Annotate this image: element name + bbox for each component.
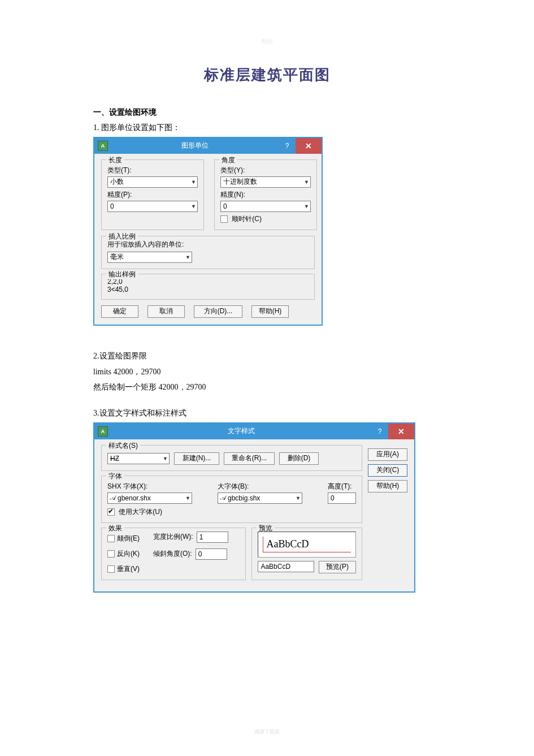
chevron-down-icon: ▼ — [304, 179, 309, 185]
oblique-input[interactable]: 0 — [196, 548, 227, 560]
close-dialog-button[interactable]: 关闭(C) — [368, 464, 407, 477]
stylename-legend: 样式名(S) — [106, 441, 140, 451]
new-button[interactable]: 新建(N)... — [174, 452, 219, 465]
watermark-bottom: 感谢下载载 — [0, 728, 534, 736]
chevron-down-icon: ▼ — [191, 204, 196, 209]
bigfont-value: gbcbig.shx — [228, 494, 260, 502]
angle-type-dropdown[interactable]: 十进制度数 ▼ — [220, 176, 311, 188]
close-button[interactable]: ✕ — [296, 138, 322, 154]
oblique-value: 0 — [198, 550, 202, 558]
length-type-value: 小数 — [110, 177, 124, 187]
length-legend: 长度 — [106, 155, 124, 165]
length-precision-value: 0 — [110, 202, 114, 210]
upsidedown-checkbox[interactable] — [107, 535, 115, 542]
dialog-text-style: A 文字样式 ? ✕ 样式名(S) HZ ▼ 新建(N)... 重命名(R)..… — [93, 422, 415, 593]
chevron-down-icon: ▼ — [163, 456, 168, 461]
usebigfont-label: 使用大字体(U) — [119, 508, 162, 516]
preview-edit-input[interactable]: AaBbCcD — [258, 561, 314, 572]
app-icon: A — [98, 141, 108, 151]
section2-p1: 2.设置绘图界限 — [93, 349, 441, 363]
preview-text: AaBbCcD — [266, 538, 309, 550]
group-font: 字体 SHX 字体(X): 𝒜 gbenor.shx ▼ — [101, 476, 362, 523]
length-type-label: 类型(T): — [107, 166, 198, 175]
backwards-label: 反向(K) — [117, 550, 140, 558]
usebigfont-checkbox[interactable] — [107, 508, 115, 516]
clockwise-checkbox[interactable] — [220, 215, 228, 223]
chevron-down-icon: ▼ — [185, 495, 190, 501]
widthfactor-label: 宽度比例(W): — [153, 532, 193, 542]
dialog2-titlebar[interactable]: A 文字样式 ? ✕ — [94, 424, 414, 439]
group-length: 长度 类型(T): 小数 ▼ 精度(P): 0 ▼ — [101, 159, 204, 230]
length-precision-dropdown[interactable]: 0 ▼ — [107, 201, 198, 212]
apply-button[interactable]: 应用(A) — [368, 448, 407, 461]
angle-precision-label: 精度(N): — [220, 190, 311, 200]
close-icon: ✕ — [305, 141, 312, 150]
effects-legend: 效果 — [106, 524, 124, 533]
chevron-down-icon: ▼ — [304, 204, 309, 209]
shxfont-dropdown[interactable]: 𝒜 gbenor.shx ▼ — [107, 493, 192, 504]
preview-button[interactable]: 预览(P) — [319, 561, 356, 573]
ok-button[interactable]: 确定 — [101, 305, 138, 318]
height-input[interactable]: 0 — [328, 493, 356, 504]
close-icon: ✕ — [398, 427, 405, 436]
output-legend: 输出样例 — [106, 270, 138, 279]
section1-heading: 一、设置绘图环境 — [93, 107, 441, 118]
dialog2-title: 文字样式 — [111, 426, 371, 436]
group-style-name: 样式名(S) HZ ▼ 新建(N)... 重命名(R)... 删除(D) — [101, 445, 362, 471]
font-file-icon: 𝒜 — [220, 494, 225, 502]
clockwise-label: 顺时针(C) — [232, 215, 262, 223]
help-icon[interactable]: ? — [371, 427, 388, 435]
dialog1-title: 图形单位 — [111, 141, 279, 150]
bigfont-label: 大字体(B): — [218, 482, 318, 491]
cancel-button[interactable]: 取消 — [147, 305, 185, 318]
section3-p1: 3.设置文字样式和标注样式 — [93, 407, 441, 420]
dialog-drawing-units: A 图形单位 ? ✕ 长度 类型(T): 小数 ▼ 精度(P): 0 ▼ — [93, 137, 323, 326]
shxfont-label: SHX 字体(X): — [107, 482, 207, 491]
close-button[interactable]: ✕ — [388, 424, 414, 439]
dialog1-titlebar[interactable]: A 图形单位 ? ✕ — [94, 138, 322, 154]
help-button[interactable]: 帮助(H) — [251, 305, 289, 318]
chevron-down-icon: ▼ — [191, 179, 196, 185]
length-type-dropdown[interactable]: 小数 ▼ — [107, 176, 198, 188]
direction-button[interactable]: 方向(D)... — [194, 305, 242, 318]
insert-units-dropdown[interactable]: 毫米 ▼ — [107, 252, 192, 263]
oblique-label: 倾斜角度(O): — [153, 549, 192, 559]
group-insert-scale: 插入比例 用于缩放插入内容的单位: 毫米 ▼ — [101, 236, 315, 269]
help-icon[interactable]: ? — [279, 142, 296, 150]
group-angle: 角度 类型(Y): 十进制度数 ▼ 精度(N): 0 ▼ 顺时针(C) — [214, 159, 317, 230]
font-legend: 字体 — [106, 472, 124, 481]
angle-legend: 角度 — [219, 155, 237, 165]
delete-button[interactable]: 删除(D) — [279, 452, 319, 465]
font-file-icon: 𝒜 — [110, 494, 115, 502]
backwards-checkbox[interactable] — [107, 550, 115, 558]
document-title: 标准层建筑平面图 — [93, 65, 441, 85]
angle-precision-dropdown[interactable]: 0 ▼ — [220, 201, 311, 212]
vertical-label: 垂直(V) — [117, 565, 140, 573]
group-output-sample: 输出样例 2,2,0 3<45,0 — [101, 274, 315, 300]
height-label: 高度(T): — [328, 482, 356, 491]
group-preview: 预览 AaBbCcD AaBbCcD 预览(P) — [251, 528, 362, 580]
section1-p1: 1. 图形单位设置如下图： — [93, 121, 441, 135]
help-button[interactable]: 帮助(H) — [368, 480, 407, 493]
angle-type-label: 类型(Y): — [220, 166, 311, 175]
preview-canvas: AaBbCcD — [258, 532, 356, 558]
widthfactor-value: 1 — [199, 533, 203, 541]
chevron-down-icon: ▼ — [296, 495, 301, 501]
app-icon: A — [98, 426, 108, 437]
insert-legend: 插入比例 — [106, 232, 138, 241]
stylename-dropdown[interactable]: HZ ▼ — [107, 453, 170, 464]
chevron-down-icon: ▼ — [185, 254, 190, 260]
shxfont-value: gbenor.shx — [118, 494, 151, 502]
output-line2: 3<45,0 — [107, 286, 309, 293]
angle-precision-value: 0 — [223, 202, 227, 210]
bigfont-dropdown[interactable]: 𝒜 gbcbig.shx ▼ — [218, 493, 302, 504]
height-value: 0 — [331, 494, 335, 502]
length-precision-label: 精度(P): — [107, 190, 198, 200]
section2-p3: 然后绘制一个矩形 42000，29700 — [93, 381, 441, 394]
group-effects: 效果 颠倒(E) 反向(K) 垂直(V) 宽度比例(W): 1 — [101, 528, 246, 580]
vertical-checkbox[interactable] — [107, 565, 115, 573]
rename-button[interactable]: 重命名(R)... — [224, 452, 275, 465]
angle-type-value: 十进制度数 — [223, 177, 257, 187]
preview-edit-value: AaBbCcD — [261, 563, 290, 571]
widthfactor-input[interactable]: 1 — [197, 532, 228, 543]
